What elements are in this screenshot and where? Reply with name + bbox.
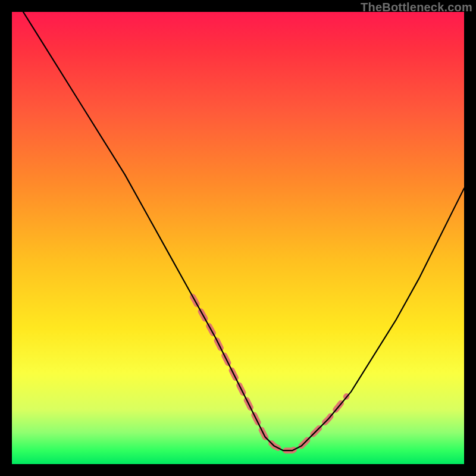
plot-area <box>12 12 464 464</box>
chart-stage: TheBottleneck.com <box>0 0 476 476</box>
highlight-segment <box>193 297 346 450</box>
bottleneck-curve <box>12 0 464 450</box>
curve-layer <box>12 12 464 464</box>
highlight-segments <box>193 297 346 450</box>
